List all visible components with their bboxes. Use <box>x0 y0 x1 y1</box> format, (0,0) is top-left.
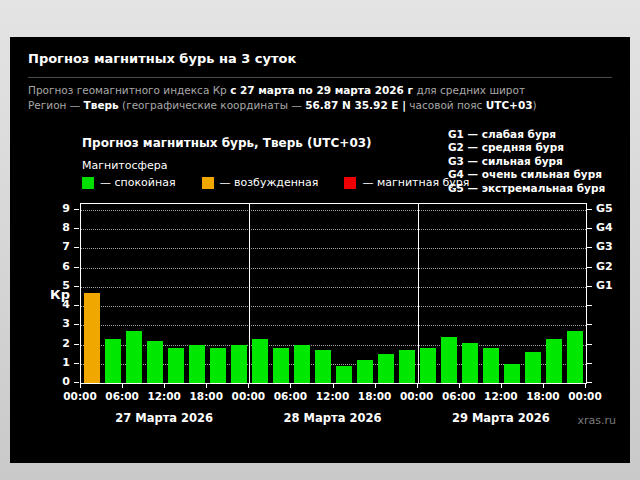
excited-swatch-icon <box>202 177 214 189</box>
x-tick-label: 00:00 <box>230 390 266 402</box>
legend-item-excited: — возбужденная <box>202 176 319 189</box>
kp-bar <box>168 348 184 383</box>
y-tick-label: 6 <box>48 260 70 273</box>
kp-bar <box>147 341 163 383</box>
region-line: Регион — Тверь (географические координат… <box>28 99 537 111</box>
legend: — спокойная — возбужденная — магнитная б… <box>82 176 469 189</box>
x-tick-label: 12:00 <box>315 390 351 402</box>
kp-bar <box>315 350 331 383</box>
y-tick-label: 3 <box>48 317 70 330</box>
kp-bar <box>567 331 583 383</box>
g-legend-line: G5 — экстремальная буря <box>448 182 605 195</box>
kp-bar <box>105 339 121 383</box>
kp-bar <box>231 345 247 383</box>
y-tick-label: 7 <box>48 240 70 253</box>
y-tick-label: 8 <box>48 221 70 234</box>
kp-bar <box>210 348 226 383</box>
g-axis-label: G4 <box>596 221 613 234</box>
legend-title: Магнитосфера <box>82 159 167 172</box>
kp-bar <box>525 352 541 383</box>
g-axis-label: G1 <box>596 279 613 292</box>
x-tick-label: 00:00 <box>62 390 98 402</box>
kp-bar <box>546 339 562 383</box>
kp-bar <box>378 354 394 383</box>
day-label: 28 Марта 2026 <box>248 411 416 425</box>
legend-item-quiet: — спокойная <box>82 176 176 189</box>
title-divider <box>28 77 612 78</box>
x-tick-label: 18:00 <box>525 390 561 402</box>
x-tick-label: 00:00 <box>399 390 435 402</box>
y-tick-label: 5 <box>48 279 70 292</box>
kp-bar <box>294 345 310 383</box>
kp-bar <box>336 366 352 383</box>
y-tick-label: 1 <box>48 356 70 369</box>
x-tick-label: 18:00 <box>357 390 393 402</box>
x-tick-label: 06:00 <box>441 390 477 402</box>
kp-bar <box>126 331 142 383</box>
g-axis-label: G5 <box>596 202 613 215</box>
y-tick-label: 4 <box>48 298 70 311</box>
g-scale-legend: G1 — слабая буря G2 — средняя буря G3 — … <box>448 128 605 195</box>
kp-bar <box>252 339 268 383</box>
g-legend-line: G4 — очень сильная буря <box>448 168 605 181</box>
y-tick-label: 9 <box>48 202 70 215</box>
x-tick-label: 18:00 <box>188 390 224 402</box>
g-legend-line: G2 — средняя буря <box>448 141 605 154</box>
chart-title: Прогноз магнитных бурь, Тверь (UTC+03) <box>82 136 372 150</box>
day-label: 29 Марта 2026 <box>417 411 585 425</box>
kp-bar <box>84 293 100 383</box>
legend-item-label: — спокойная <box>100 176 176 189</box>
forecast-subtitle: Прогноз геомагнитного индекса Кр с 27 ма… <box>28 84 525 96</box>
kp-bar-chart <box>80 203 587 384</box>
x-tick-label: 12:00 <box>146 390 182 402</box>
g-axis-label: G2 <box>596 260 613 273</box>
legend-item-label: — возбужденная <box>220 176 319 189</box>
g-axis-label: G3 <box>596 240 613 253</box>
kp-bar <box>420 348 436 383</box>
watermark: xras.ru <box>578 414 617 427</box>
kp-bar <box>441 337 457 383</box>
day-label: 27 Марта 2026 <box>80 411 248 425</box>
kp-bar <box>273 348 289 383</box>
forecast-panel: Прогноз магнитных бурь на 3 суток Прогно… <box>10 37 630 463</box>
kp-bar <box>483 348 499 383</box>
kp-bar <box>189 345 205 383</box>
x-tick-label: 06:00 <box>104 390 140 402</box>
kp-bar <box>357 360 373 383</box>
g-legend-line: G3 — сильная буря <box>448 155 605 168</box>
page-title: Прогноз магнитных бурь на 3 суток <box>28 51 296 66</box>
x-tick-label: 06:00 <box>272 390 308 402</box>
g-legend-line: G1 — слабая буря <box>448 128 605 141</box>
x-tick-label: 12:00 <box>483 390 519 402</box>
y-tick-label: 0 <box>48 375 70 388</box>
kp-bar <box>504 364 520 383</box>
kp-bar <box>462 343 478 383</box>
kp-bar <box>399 350 415 383</box>
x-tick-label: 00:00 <box>567 390 603 402</box>
storm-swatch-icon <box>344 177 356 189</box>
y-tick-label: 2 <box>48 337 70 350</box>
quiet-swatch-icon <box>82 177 94 189</box>
